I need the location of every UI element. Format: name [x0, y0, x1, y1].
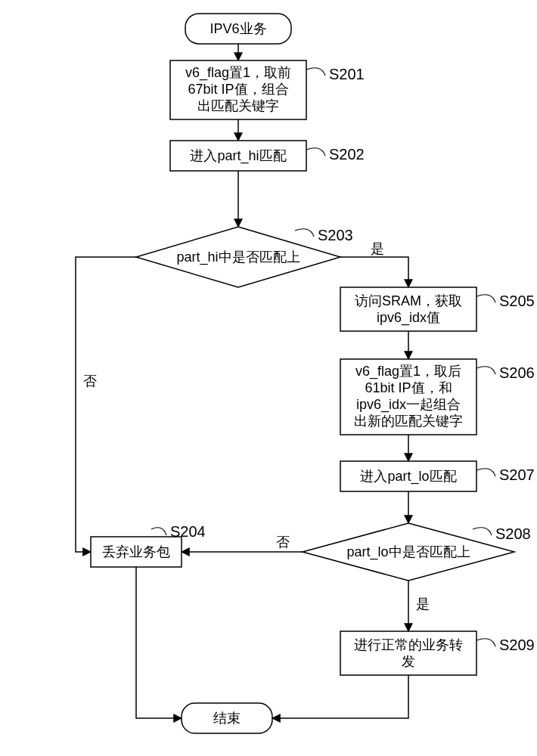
s205-line2: ipv6_idx值 [377, 310, 440, 326]
s209-line1: 进行正常的业务转 [354, 637, 463, 652]
s206-line3: ipv6_idx一起组合 [356, 397, 461, 413]
s206-line4: 出新的匹配关键字 [354, 414, 463, 429]
s205-label: S205 [499, 293, 535, 309]
s202-label: S202 [329, 146, 365, 163]
s204-text: 丢弃业务包 [102, 544, 170, 559]
terminal-end-label: 结束 [213, 711, 241, 726]
s201-line3: 出匹配关键字 [197, 98, 279, 113]
s203-no: 否 [83, 373, 97, 389]
terminal-start-label: IPV6业务 [210, 21, 266, 36]
s209-label: S209 [499, 637, 535, 653]
s201-line1: v6_flag置1，取前 [185, 65, 291, 81]
s209-line2: 发 [402, 654, 415, 669]
s202-text: 进入part_hi匹配 [190, 148, 286, 164]
s206-line2: 61bit IP值，和 [365, 380, 452, 395]
s207-text: 进入part_lo匹配 [360, 469, 456, 485]
flowchart: IPV6业务 v6_flag置1，取前 67bit IP值，组合 出匹配关键字 … [0, 0, 537, 756]
s203-text: part_hi中是否匹配上 [176, 249, 300, 265]
s208-no: 否 [276, 534, 290, 550]
s207-label: S207 [499, 466, 535, 483]
s203-yes: 是 [371, 241, 384, 256]
s206-line1: v6_flag置1，取后 [355, 364, 461, 380]
s208-label: S208 [495, 525, 531, 542]
s208-text: part_lo中是否匹配上 [346, 544, 470, 560]
s201-line2: 67bit IP值，组合 [188, 82, 288, 97]
s206-label: S206 [499, 364, 535, 381]
s201-label: S201 [329, 66, 365, 82]
s204-label: S204 [170, 523, 206, 540]
s208-yes: 是 [416, 596, 430, 612]
s205-line1: 访问SRAM，获取 [355, 293, 462, 308]
s203-label: S203 [318, 227, 353, 243]
